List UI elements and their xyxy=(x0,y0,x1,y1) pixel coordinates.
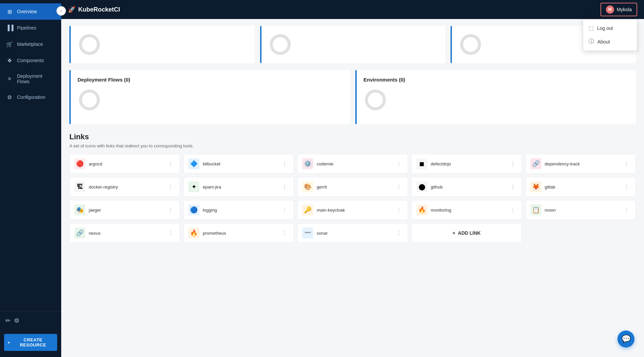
link-card-dependency-track[interactable]: 🔗 dependency-track ⋮ xyxy=(525,154,636,174)
monitoring-menu[interactable]: ⋮ xyxy=(509,206,517,214)
user-menu-button[interactable]: M Mykola xyxy=(600,3,637,16)
argocd-menu[interactable]: ⋮ xyxy=(167,160,175,168)
defectdojo-icon: ◼ xyxy=(417,158,427,169)
sidebar-toggle[interactable]: ‹ xyxy=(56,6,66,16)
dependency-track-icon: 🔗 xyxy=(530,158,541,169)
stat-card-0 xyxy=(69,26,255,63)
sidebar-item-overview[interactable]: ⊞ Overview xyxy=(0,3,61,20)
about-item[interactable]: ⓘ About xyxy=(583,35,637,49)
dependency-track-menu[interactable]: ⋮ xyxy=(623,160,631,168)
settings-icon[interactable]: ⚙ xyxy=(14,317,19,324)
jaeger-label: jaeger xyxy=(89,208,163,213)
link-card-epam-jira[interactable]: ✦ epam-jira ⋮ xyxy=(183,177,294,197)
chat-fab-button[interactable]: 💬 xyxy=(617,331,634,347)
links-section: Links A set of icons with links that red… xyxy=(69,132,636,243)
link-card-gerrit[interactable]: 🎨 gerrit ⋮ xyxy=(297,177,408,197)
sidebar: ‹ ⊞ Overview▐▐ Pipelines🛒 Marketplace❖ C… xyxy=(0,0,61,357)
github-icon: ⬤ xyxy=(417,181,427,192)
link-card-moon[interactable]: 📋 moon ⋮ xyxy=(525,200,636,220)
topbar: 🚀 KubeRocketCI M Mykola xyxy=(61,0,644,19)
moon-menu[interactable]: ⋮ xyxy=(623,206,631,214)
svg-point-3 xyxy=(81,91,99,109)
create-resource-button[interactable]: + CREATE RESOURCE xyxy=(4,334,57,351)
deployment-flows-title: Deployment Flows (0) xyxy=(78,77,343,83)
link-card-argocd[interactable]: 🔴 argocd ⋮ xyxy=(69,154,180,174)
jaeger-menu[interactable]: ⋮ xyxy=(167,206,175,214)
link-card-jaeger[interactable]: 🎭 jaeger ⋮ xyxy=(69,200,180,220)
link-card-github[interactable]: ⬤ github ⋮ xyxy=(411,177,522,197)
gitlab-icon: 🦊 xyxy=(530,181,541,192)
prometheus-menu[interactable]: ⋮ xyxy=(281,229,289,237)
logo-icon: 🚀 xyxy=(68,6,75,13)
link-card-sonar[interactable]: 〰 sonar ⋮ xyxy=(297,223,408,243)
link-card-gitlab[interactable]: 🦊 gitlab ⋮ xyxy=(525,177,636,197)
deployment-flows-icon: ≡ xyxy=(6,75,13,82)
nexus-label: nexus xyxy=(89,231,163,236)
logging-icon: 🔵 xyxy=(188,204,199,215)
sidebar-item-deployment-flows[interactable]: ≡ Deployment Flows xyxy=(0,69,61,89)
svg-point-1 xyxy=(271,36,289,54)
link-card-monitoring[interactable]: 🔥 monitoring ⋮ xyxy=(411,200,522,220)
github-label: github xyxy=(431,184,505,190)
about-icon: ⓘ xyxy=(589,38,594,45)
add-link-button[interactable]: + ADD LINK xyxy=(411,223,522,243)
link-card-prometheus[interactable]: 🔥 prometheus ⋮ xyxy=(183,223,294,243)
prometheus-label: prometheus xyxy=(203,231,277,236)
donut-chart-0 xyxy=(78,33,101,56)
moon-icon: 📋 xyxy=(530,204,541,215)
donut-chart-2 xyxy=(459,33,482,56)
link-card-nexus[interactable]: 🔗 nexus ⋮ xyxy=(69,223,180,243)
github-menu[interactable]: ⋮ xyxy=(509,183,517,191)
configuration-icon: ⚙ xyxy=(6,94,13,101)
components-icon: ❖ xyxy=(6,57,13,64)
environments-title: Environments (0) xyxy=(363,77,629,83)
sidebar-bottom: ✏ ⚙ xyxy=(0,311,61,330)
sonar-label: sonar xyxy=(317,231,391,236)
sidebar-nav: ⊞ Overview▐▐ Pipelines🛒 Marketplace❖ Com… xyxy=(0,0,61,311)
defectdojo-label: defectdojo xyxy=(431,161,505,166)
monitoring-label: monitoring xyxy=(431,208,505,213)
docker-registry-menu[interactable]: ⋮ xyxy=(167,183,175,191)
defectdojo-menu[interactable]: ⋮ xyxy=(509,160,517,168)
main-keycloak-icon: 🔑 xyxy=(302,204,313,215)
link-card-bitbucket[interactable]: 🔷 bitbucket ⋮ xyxy=(183,154,294,174)
gerrit-label: gerrit xyxy=(317,184,391,190)
link-card-logging[interactable]: 🔵 logging ⋮ xyxy=(183,200,294,220)
logout-item[interactable]: ⬚ Log out xyxy=(583,21,637,35)
codemie-menu[interactable]: ⋮ xyxy=(395,160,403,168)
moon-label: moon xyxy=(545,208,619,213)
epam-jira-icon: ✦ xyxy=(188,181,199,192)
epam-jira-label: epam-jira xyxy=(203,184,277,190)
sidebar-item-pipelines[interactable]: ▐▐ Pipelines xyxy=(0,20,61,36)
sidebar-label-pipelines: Pipelines xyxy=(17,25,36,31)
gitlab-menu[interactable]: ⋮ xyxy=(623,183,631,191)
gerrit-menu[interactable]: ⋮ xyxy=(395,183,403,191)
sidebar-label-overview: Overview xyxy=(17,9,37,14)
bitbucket-menu[interactable]: ⋮ xyxy=(281,160,289,168)
link-card-defectdojo[interactable]: ◼ defectdojo ⋮ xyxy=(411,154,522,174)
main-keycloak-menu[interactable]: ⋮ xyxy=(395,206,403,214)
sonar-menu[interactable]: ⋮ xyxy=(395,229,403,237)
sidebar-item-components[interactable]: ❖ Components xyxy=(0,52,61,69)
link-card-main-keycloak[interactable]: 🔑 main-keycloak ⋮ xyxy=(297,200,408,220)
nexus-menu[interactable]: ⋮ xyxy=(167,229,175,237)
logout-label: Log out xyxy=(597,25,613,31)
sidebar-item-marketplace[interactable]: 🛒 Marketplace xyxy=(0,36,61,52)
main-wrapper: 🚀 KubeRocketCI M Mykola ⬚ Log out ⓘ Abou… xyxy=(61,0,644,357)
edit-icon[interactable]: ✏ xyxy=(5,317,11,324)
avatar: M xyxy=(606,5,614,14)
epam-jira-menu[interactable]: ⋮ xyxy=(281,183,289,191)
logging-menu[interactable]: ⋮ xyxy=(281,206,289,214)
jaeger-icon: 🎭 xyxy=(74,204,85,215)
link-card-docker-registry[interactable]: 🏗 docker-registry ⋮ xyxy=(69,177,180,197)
gerrit-icon: 🎨 xyxy=(302,181,313,192)
sidebar-item-configuration[interactable]: ⚙ Configuration xyxy=(0,89,61,105)
main-content: Deployment Flows (0) Environments (0) Li… xyxy=(61,19,644,357)
bitbucket-icon: 🔷 xyxy=(188,158,199,169)
gitlab-label: gitlab xyxy=(545,184,619,190)
svg-point-4 xyxy=(367,91,385,109)
nexus-icon: 🔗 xyxy=(74,228,85,238)
argocd-icon: 🔴 xyxy=(74,158,85,169)
user-name: Mykola xyxy=(617,7,632,12)
link-card-codemie[interactable]: ⚙️ codemie ⋮ xyxy=(297,154,408,174)
